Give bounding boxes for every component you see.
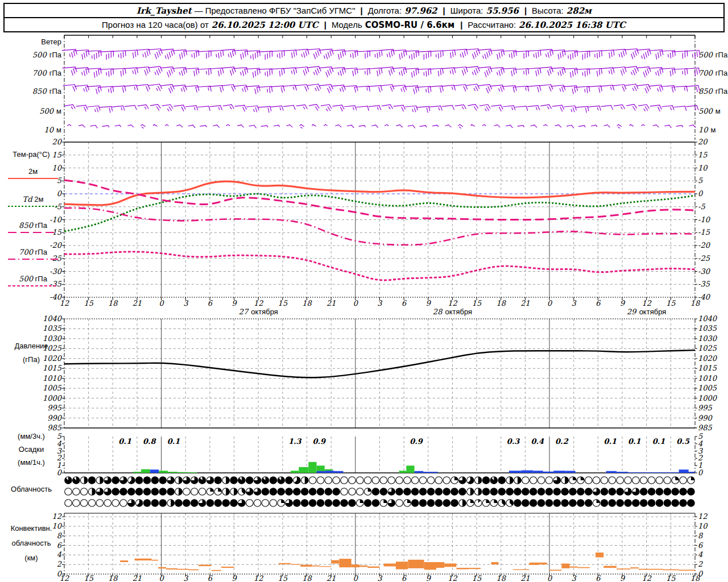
convective-cloud-box [279,563,291,564]
svg-text:9: 9 [231,574,237,582]
precip-bar-1h [415,471,424,473]
cloud-symbol [435,477,442,484]
svg-text:12: 12 [698,512,708,521]
cloud-symbol [490,488,498,496]
convective-cloud-box [331,560,339,564]
cloud-symbol [214,500,222,507]
cloud-symbol [388,477,395,484]
temp-panel: 2020151510105500-5-5-10-10-15-15-20-20-2… [49,138,711,301]
cloud-symbol [293,500,301,507]
svg-text:1010: 1010 [43,374,63,383]
precip-bar-3h [399,471,407,473]
svg-text:9: 9 [231,299,237,307]
cloud-symbol [451,488,458,496]
cloud-symbol [530,477,537,484]
cloud-symbol [80,500,88,507]
cloud-symbol [680,477,687,484]
svg-text:15: 15 [472,299,482,307]
svg-text:995: 995 [47,404,62,412]
svg-text:6: 6 [402,574,407,582]
meteogram-chart: 500гПа500гПа700гПа700гПа850гПа850гПа500м… [0,0,728,582]
cloud-symbol [664,477,671,484]
cloud-symbol [333,477,340,484]
svg-text:990: 990 [698,414,713,422]
precip-bar-3h [159,471,168,473]
svg-text:-40: -40 [698,293,711,301]
convective-cloud-box [291,564,300,564]
cloud-symbol [372,500,379,507]
cloud-symbol [349,477,356,484]
temp-series-850 гПа [64,180,695,220]
convective-cloud-box [351,564,359,567]
temp-legend-entry-Td 2м: Td 2м [5,195,61,209]
cloud-symbol [522,477,530,484]
svg-text:20: 20 [52,138,62,146]
convective-cloud-box [595,552,603,557]
cloud-panel [65,477,695,507]
svg-text:700гПа: 700гПа [698,69,728,77]
cloud-symbol [262,488,269,496]
cloud-symbol [309,500,316,507]
cloud-symbol [514,500,522,507]
svg-text:12: 12 [642,299,651,307]
precip-bar-1h [689,472,695,473]
convective-cloud-box [367,567,379,568]
convective-cloud-box [384,564,396,567]
svg-text:1040: 1040 [698,314,718,323]
cloud-symbol [648,500,655,507]
svg-text:1015: 1015 [698,364,717,372]
cloud-symbol [577,488,585,496]
svg-text:0: 0 [159,574,164,582]
pressure-title-line1: Давление [1,342,61,350]
cloud-symbol [656,500,663,507]
cloud-symbol [380,477,387,484]
cloud-symbol [632,477,640,484]
precip-bar-1h [617,472,628,473]
cloud-symbol [333,500,340,507]
cloud-symbol [270,500,277,507]
svg-text:1005: 1005 [43,384,62,392]
svg-text:1000: 1000 [43,394,63,402]
cloud-symbol [593,477,600,484]
svg-text:0.1: 0.1 [167,437,180,446]
cloud-symbol [443,500,450,507]
cloud-symbol [688,488,695,496]
convective-cloud-box [444,564,456,567]
cloud-symbol [451,500,458,507]
cloud-symbol [175,500,183,507]
cloud-symbol [537,500,545,507]
cloud-symbol [372,477,379,484]
svg-text:15: 15 [698,151,708,159]
svg-text:985: 985 [47,423,62,432]
cloud-symbol [301,500,309,507]
svg-text:3: 3 [183,574,189,582]
convective-cloud-box [617,568,630,569]
cloud-symbol [96,500,104,507]
svg-text:18: 18 [690,574,701,582]
svg-text:-25: -25 [698,254,710,263]
svg-text:21: 21 [520,574,530,582]
cloud-panel-title: Облачность [1,485,61,493]
svg-text:0: 0 [547,574,553,582]
svg-text:-5: -5 [698,202,705,211]
cloud-symbol [325,500,332,507]
svg-text:10: 10 [698,164,708,172]
svg-text:1030: 1030 [698,334,718,343]
cloud-symbol [88,477,96,484]
svg-text:4: 4 [698,550,703,559]
svg-text:21: 21 [326,574,336,582]
svg-text:0.1: 0.1 [628,437,641,446]
svg-text:12: 12 [642,574,651,582]
precip-bar-3h [406,465,414,473]
cloud-symbol [135,488,143,496]
precip-bar-1h [325,471,334,473]
cloud-symbol [640,488,648,496]
cloud-symbol [672,500,679,507]
svg-text:3: 3 [572,574,577,582]
cloud-symbol [522,488,530,496]
svg-text:0: 0 [57,468,63,477]
precip-panel: 5544332211000.10.80.11.30.90.90.30.40.20… [57,432,704,477]
cloud-symbol [198,488,206,496]
convective-cloud-box [549,569,561,571]
precip-title-line2: Осадки [1,445,61,454]
